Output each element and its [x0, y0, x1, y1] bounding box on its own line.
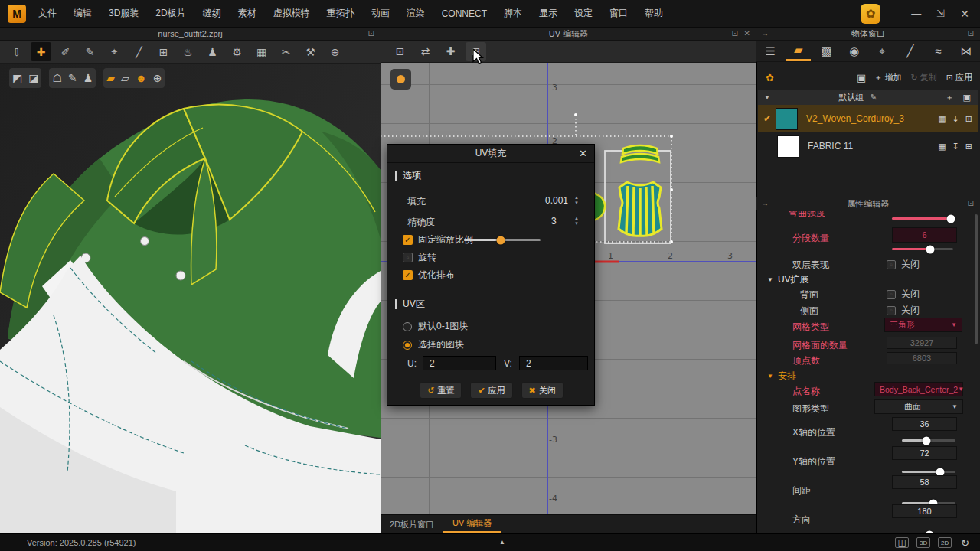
garment-pieces-tool-icon[interactable]: ⊞ [153, 42, 174, 61]
stitchline-tab-icon[interactable]: ╱ [898, 42, 923, 60]
layer-row[interactable]: FABRIC 11 ▦ ↧ ⊞ [758, 132, 978, 160]
expand-panel-icon[interactable]: ▲ [499, 539, 505, 546]
steamer-tool-icon[interactable]: ♨ [178, 42, 198, 61]
property-editor-titlebar[interactable]: → 属性编辑器 ⊡ [756, 197, 980, 210]
minimize-button[interactable]: — [911, 8, 921, 19]
layer-save-icon[interactable]: ↧ [952, 142, 959, 152]
dialog-close-icon[interactable]: ✕ [579, 148, 587, 159]
spacing-input[interactable]: 58 [892, 475, 957, 489]
mesh-view-icon[interactable]: ◪ [28, 72, 38, 84]
group-folder-icon[interactable]: ▣ [963, 93, 971, 103]
layer-row-selected[interactable]: ✔ V2_Woven_Corduroy_3 ▦ ↧ ⊞ [758, 105, 978, 132]
tab-2d-pattern-window[interactable]: 2D板片窗口 [381, 515, 443, 533]
split-view-icon[interactable]: ◫ [895, 537, 909, 548]
launcher-app-icon[interactable]: ✿ [861, 4, 880, 24]
menu-3d-garment[interactable]: 3D服装 [106, 7, 142, 20]
x-position-input[interactable]: 36 [892, 417, 957, 431]
menu-settings[interactable]: 设定 [571, 7, 596, 20]
layer-grid-icon[interactable]: ▦ [938, 114, 946, 124]
object-float-icon[interactable]: ⊡ [968, 30, 974, 37]
list-tab-icon[interactable]: ☰ [758, 42, 782, 60]
layer-swatch[interactable] [777, 135, 799, 158]
optimize-layout-checkbox[interactable]: ✓ [403, 270, 413, 280]
apply-button[interactable]: ✔应用 [470, 382, 512, 399]
uv-expand-collapse-icon[interactable]: ▼ [767, 276, 773, 283]
menu-connect[interactable]: CONNECT [439, 8, 490, 19]
pattern-tab-icon[interactable]: ▩ [814, 42, 838, 60]
property-float-icon[interactable]: ⊡ [968, 200, 974, 207]
fabric-front-icon[interactable]: ▰ [106, 72, 115, 84]
move-tool-icon[interactable]: ✚ [31, 42, 51, 61]
double-layer-checkbox[interactable]: ▫ [887, 260, 896, 269]
viewport3d-scene[interactable]: ◩ ◪ ☖ ✎ ♟ ▰ ▱ ☻ ⊕ [0, 64, 381, 533]
shape-type-dropdown[interactable]: 曲面 ▼ [874, 399, 963, 414]
paint-display-icon[interactable]: ✎ [68, 72, 77, 84]
x-position-slider[interactable] [902, 439, 956, 442]
fabric-back-icon[interactable]: ▱ [121, 72, 129, 84]
restore-button[interactable]: ⇲ [936, 8, 945, 19]
copy-material-button[interactable]: ↻ 复制 [910, 72, 936, 83]
flatten-tool-icon[interactable]: ⚒ [300, 42, 321, 61]
avatar-tool-icon[interactable]: ♟ [202, 42, 223, 61]
panel-arrow-icon[interactable]: → [761, 200, 769, 207]
fixed-scale-checkbox[interactable]: ✓ [403, 235, 413, 245]
layer-copy-icon[interactable]: ⊞ [965, 114, 972, 124]
button-tab-icon[interactable]: ◉ [842, 42, 867, 60]
object-window-titlebar[interactable]: → 物体窗口 ⊡ [756, 28, 980, 41]
ring-tool-icon[interactable]: ⊕ [325, 42, 345, 61]
group-collapse-icon[interactable]: ▼ [764, 94, 770, 101]
y-position-slider[interactable] [902, 471, 956, 473]
menu-material[interactable]: 素材 [235, 7, 260, 20]
layer-swatch[interactable] [776, 108, 798, 130]
gizmo-tool-icon[interactable]: ⇩ [6, 42, 27, 61]
uv-close-icon[interactable]: ✕ [744, 30, 750, 37]
brush-tool-icon[interactable]: ✎ [80, 42, 100, 61]
menu-render[interactable]: 渲染 [403, 7, 428, 20]
refresh-icon[interactable]: ↻ [961, 537, 969, 549]
v-input[interactable]: 2 [519, 356, 588, 370]
lasso-tool-icon[interactable]: ✐ [55, 42, 76, 61]
side-face-checkbox[interactable]: ▫ [887, 306, 896, 315]
needle-tool-icon[interactable]: ╱ [129, 42, 149, 61]
uv-piece-vest[interactable] [619, 182, 662, 236]
puckering-tab-icon[interactable]: ⋈ [954, 42, 978, 60]
menu-window[interactable]: 窗口 [606, 7, 631, 20]
viewport3d-titlebar[interactable]: nurse_outfit2.zprj ⊡ [0, 28, 381, 41]
layer-save-icon[interactable]: ↧ [952, 114, 959, 124]
fabric-tab-icon[interactable]: ▰ [786, 41, 811, 61]
tab-uv-editor[interactable]: UV 编辑器 [443, 515, 501, 533]
group-add-icon[interactable]: ＋ [946, 92, 954, 103]
avatar-display-icon[interactable]: ♟ [83, 72, 93, 84]
panel-arrow-icon[interactable]: → [761, 30, 769, 37]
view-2d-badge[interactable]: 2D [938, 537, 952, 548]
uv-texture-toggle-button[interactable] [390, 69, 411, 90]
close-button[interactable]: ✕ [960, 8, 969, 20]
precision-value[interactable]: 3 [551, 216, 557, 227]
add-material-button[interactable]: ＋ 增加 [874, 72, 901, 83]
menu-file[interactable]: 文件 [35, 7, 60, 20]
menu-script[interactable]: 脚本 [501, 7, 525, 20]
default-tile-radio[interactable] [403, 322, 412, 331]
menu-retopology[interactable]: 重拓扑 [324, 7, 358, 20]
menu-help[interactable]: 帮助 [642, 7, 666, 20]
layer-grid-icon[interactable]: ▦ [938, 142, 946, 152]
fill-spinner[interactable]: ▲▼ [574, 195, 579, 205]
solid-view-icon[interactable]: ◩ [12, 72, 22, 84]
direction-input[interactable]: 180 [892, 504, 957, 518]
menu-animation[interactable]: 动画 [368, 7, 393, 20]
rotate-checkbox[interactable]: ▫ [403, 253, 413, 262]
view-3d-badge[interactable]: 3D [916, 537, 930, 548]
precision-slider[interactable] [464, 239, 541, 241]
fill-value[interactable]: 0.001 [524, 195, 568, 206]
mannequin-display-icon[interactable]: ☻ [136, 72, 147, 84]
segment-count-slider[interactable] [892, 248, 953, 250]
pin-tool-icon[interactable]: ⌖ [104, 42, 125, 61]
point-name-dropdown[interactable]: Body_Back_Center_2 ▼ [874, 382, 963, 396]
menu-avatar[interactable]: 虚拟模特 [270, 7, 313, 20]
group-header-row[interactable]: ▼ 默认组 ✎ ＋ ▣ [758, 90, 978, 105]
reset-button[interactable]: ↺重置 [420, 382, 462, 399]
clipped-property-slider[interactable] [892, 217, 953, 220]
segment-count-input[interactable]: 6 [892, 227, 957, 243]
sewing-machine-tool-icon[interactable]: ⚙ [227, 42, 247, 61]
uv-texture-icon[interactable]: ⊡ [390, 42, 410, 61]
